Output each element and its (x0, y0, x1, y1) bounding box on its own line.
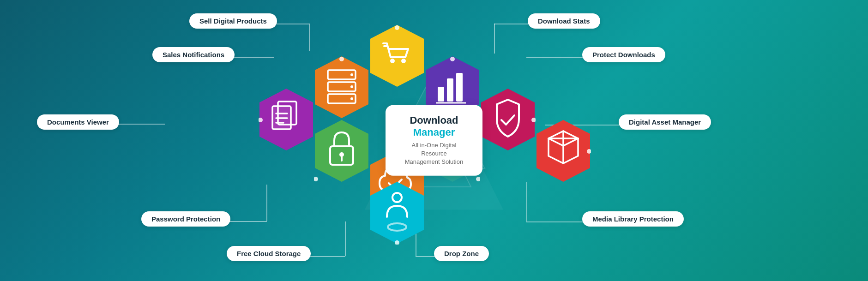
svg-point-11 (350, 73, 353, 76)
svg-marker-32 (370, 182, 424, 244)
background: Sell Digital Products Sales Notification… (0, 0, 868, 281)
connector-stats-v (494, 24, 495, 54)
hex-server (314, 55, 369, 119)
svg-rect-40 (456, 73, 463, 102)
svg-point-5 (401, 59, 406, 63)
connector-docs (114, 124, 165, 125)
svg-point-12 (350, 85, 353, 88)
hex-asset (536, 119, 591, 183)
connector-cloud (308, 256, 345, 257)
svg-marker-6 (315, 56, 368, 118)
connector-stats (494, 24, 529, 24)
svg-point-3 (395, 25, 399, 30)
connector-media (526, 221, 583, 222)
label-password-protection: Password Protection (141, 211, 230, 227)
label-free-cloud-storage: Free Cloud Storage (227, 246, 311, 261)
svg-marker-2 (370, 25, 424, 87)
connector-pass (221, 221, 267, 222)
svg-point-4 (390, 59, 395, 63)
svg-rect-38 (438, 87, 444, 102)
hex-shield (480, 88, 536, 151)
connector-pass-v (266, 185, 267, 221)
svg-rect-39 (447, 78, 453, 102)
hex-docs (259, 88, 314, 151)
svg-point-37 (450, 57, 455, 61)
label-protect-downloads: Protect Downloads (582, 47, 665, 62)
connector-docs-dot (114, 124, 115, 125)
connector-drop (416, 256, 435, 257)
label-sales-notifications: Sales Notifications (152, 47, 235, 62)
connector-cloud-v (345, 221, 346, 256)
connector-protect (526, 57, 583, 58)
svg-point-29 (476, 177, 480, 181)
label-documents-viewer: Documents Viewer (37, 114, 119, 130)
label-digital-asset-manager: Digital Asset Manager (619, 114, 711, 130)
connector-sell (265, 24, 309, 24)
label-sell-digital-products: Sell Digital Products (189, 13, 277, 29)
hex-sell (369, 24, 425, 88)
svg-point-13 (350, 97, 353, 100)
center-card: Download Manager All in-One Digital Reso… (386, 105, 482, 176)
svg-point-7 (339, 57, 344, 61)
hex-lock (314, 119, 369, 183)
connector-media-v (526, 182, 527, 221)
svg-point-22 (314, 177, 318, 181)
center-title-black: Download (410, 114, 458, 126)
svg-marker-21 (315, 120, 368, 182)
label-drop-zone: Drop Zone (434, 246, 489, 261)
label-download-stats: Download Stats (528, 13, 600, 29)
hex-dropzone (369, 181, 425, 245)
center-title-blue: Manager (413, 126, 455, 138)
svg-marker-42 (481, 89, 535, 150)
center-subtitle: All in-One Digital Resource Management S… (398, 141, 470, 167)
connector-sell-v (309, 24, 310, 51)
label-media-library-protection: Media Library Protection (582, 211, 684, 227)
connector-sales (228, 57, 274, 58)
